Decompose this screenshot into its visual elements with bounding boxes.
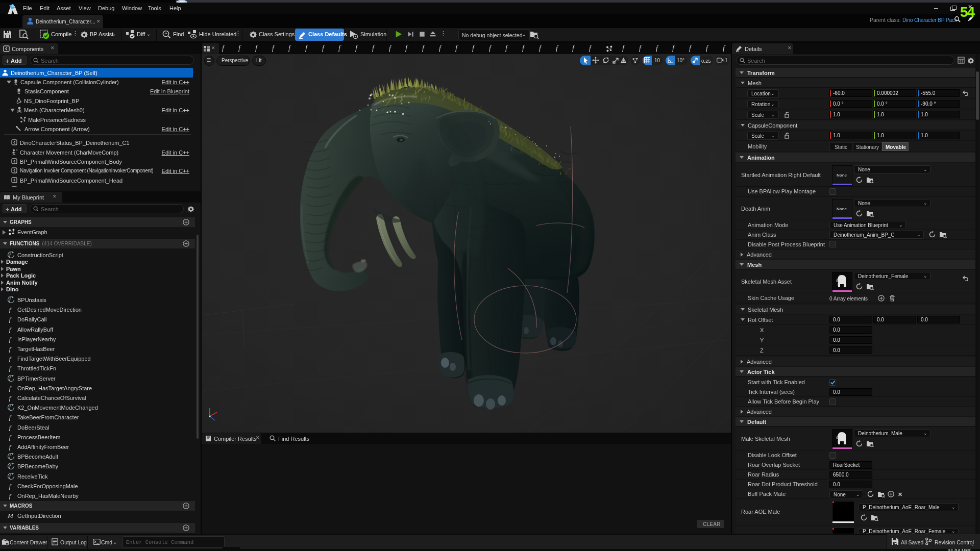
svg-text:f: f [9,252,11,258]
svg-text:f: f [9,326,12,333]
svg-text:f: f [9,424,12,431]
svg-text:f: f [9,492,12,499]
svg-text:M: M [7,512,14,519]
svg-text:f: f [9,355,12,362]
svg-text:f: f [9,385,12,392]
svg-text:f: f [9,473,11,479]
svg-text:f: f [9,336,12,343]
svg-text:f: f [9,405,11,410]
svg-text:f: f [9,297,11,303]
svg-text:f: f [9,394,12,402]
svg-text:f: f [9,443,12,450]
svg-text:f: f [9,375,11,381]
svg-text:f: f [9,434,12,441]
svg-text:f: f [9,345,12,353]
svg-text:f: f [9,365,12,372]
svg-text:f: f [9,306,12,313]
svg-text:f: f [9,316,12,323]
svg-text:f: f [9,483,12,490]
svg-text:f: f [9,454,11,459]
svg-text:f: f [9,463,11,469]
svg-text:f: f [9,414,12,421]
